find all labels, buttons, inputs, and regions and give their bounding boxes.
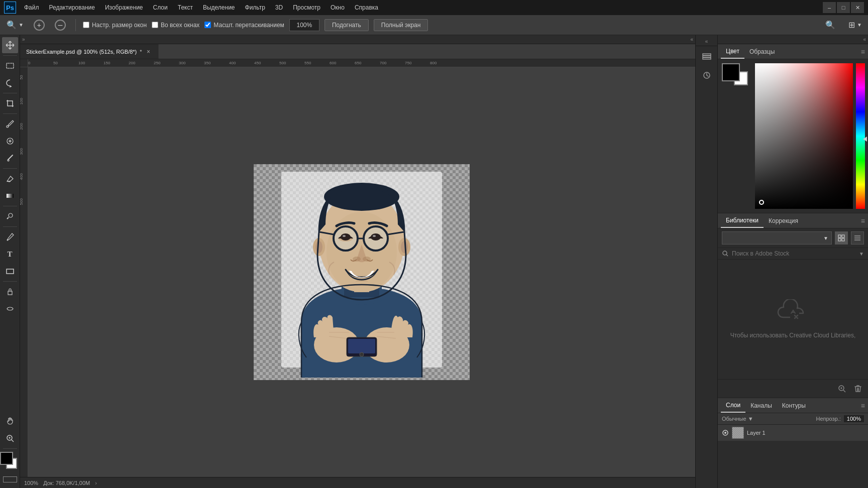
right-panel-collapse-btn[interactable]: « (863, 37, 866, 42)
tab-bar: StickerExample.psd @ 100% (512s, RGB/8*)… (20, 44, 695, 59)
color-field[interactable] (755, 63, 853, 209)
canvas-area[interactable]: 0 50 100 150 200 250 300 350 400 450 500… (20, 59, 695, 477)
tool-stamp[interactable] (2, 284, 18, 300)
panel-icon-layers[interactable] (698, 47, 716, 65)
zoom-tool-indicator[interactable]: 🔍 ▼ (4, 19, 26, 31)
panel-icon-properties[interactable] (698, 66, 716, 84)
layer-item[interactable]: Layer 1 (718, 425, 868, 441)
color-swatches-container (722, 63, 751, 89)
tool-shape[interactable] (2, 263, 18, 279)
layers-toolbar: Обычные ▼ Непрозр.: 100% (718, 413, 868, 425)
layer-visibility-icon[interactable] (722, 429, 729, 436)
zoom-in-button[interactable]: + (31, 18, 47, 32)
status-arrow[interactable]: › (95, 480, 97, 486)
menu-edit[interactable]: Редактирование (45, 2, 99, 13)
svg-point-1 (7, 126, 9, 128)
scale-drag-checkbox[interactable]: Масшт. перетаскиванием (204, 22, 284, 29)
library-grid-view[interactable] (835, 231, 848, 245)
sticker-image (271, 167, 452, 378)
tool-select-rect[interactable] (2, 58, 18, 74)
tab-color[interactable]: Цвет (721, 45, 744, 59)
tool-brush[interactable] (2, 150, 18, 166)
scale-drag-input[interactable] (204, 22, 211, 28)
fit-button[interactable]: Подогнать (324, 19, 369, 31)
tab-channels[interactable]: Каналы (745, 399, 777, 412)
canvas-document[interactable] (254, 164, 470, 380)
close-button[interactable]: ✕ (851, 2, 864, 13)
all-windows-input[interactable] (152, 22, 158, 28)
tool-hand[interactable] (2, 413, 18, 429)
collapse-left-btn[interactable]: » (22, 37, 25, 42)
tab-libraries[interactable]: Библиотеки (721, 214, 764, 228)
foreground-color-mini[interactable] (0, 452, 13, 465)
layers-panel-menu[interactable]: ≡ (861, 402, 865, 410)
tool-dodge[interactable] (2, 208, 18, 224)
menu-file[interactable]: Файл (20, 2, 43, 13)
library-delete-btn[interactable] (852, 383, 864, 395)
library-search-input[interactable] (732, 250, 856, 257)
menu-layers[interactable]: Слои (149, 2, 172, 13)
tool-pen[interactable] (2, 229, 18, 245)
screen-mode-arrow[interactable]: ▼ (857, 22, 862, 28)
tool-move[interactable] (2, 37, 18, 53)
layer-name: Layer 1 (747, 430, 864, 436)
menu-3d[interactable]: 3D (271, 2, 287, 13)
color-panel-menu[interactable]: ≡ (861, 48, 865, 56)
document-tab[interactable]: StickerExample.psd @ 100% (512s, RGB/8*)… (20, 44, 159, 59)
foreground-color-swatch[interactable] (722, 63, 740, 81)
svg-rect-3 (7, 194, 14, 198)
menu-text[interactable]: Текст (174, 2, 197, 13)
tab-paths[interactable]: Контуры (777, 399, 811, 412)
color-field-cursor (759, 200, 764, 205)
collapse-right-btn[interactable]: « (690, 37, 693, 42)
search-button[interactable]: 🔍 (823, 18, 837, 32)
menu-filter[interactable]: Фильтр (241, 2, 269, 13)
tool-heal[interactable] (2, 133, 18, 149)
tool-lasso[interactable] (2, 75, 18, 91)
close-document-button[interactable]: × (145, 48, 152, 55)
library-footer (718, 379, 868, 398)
tool-gradient[interactable] (2, 188, 18, 204)
all-windows-checkbox[interactable]: Во всех окнах (152, 22, 199, 29)
color-picker-area (718, 59, 868, 213)
menu-image[interactable]: Изображение (101, 2, 147, 13)
svg-rect-35 (348, 339, 375, 353)
color-gradient-row (755, 63, 864, 209)
custom-size-input[interactable] (83, 22, 89, 28)
custom-size-checkbox[interactable]: Настр. размер окон (83, 22, 147, 29)
svg-rect-43 (838, 238, 841, 241)
tab-correction[interactable]: Коррекция (764, 214, 803, 227)
tool-smudge[interactable] (2, 301, 18, 317)
screen-mode-icon: ⊞ (848, 20, 855, 30)
zoom-out-button[interactable]: – (52, 18, 68, 32)
tool-zoom[interactable] (2, 430, 18, 446)
tool-eyedropper[interactable] (2, 116, 18, 132)
zoom-dropdown-arrow[interactable]: ▼ (19, 22, 24, 28)
tool-crop[interactable] (2, 95, 18, 111)
library-search-close[interactable]: ▼ (859, 251, 864, 257)
collapse-panels-icon[interactable]: « (705, 39, 708, 44)
svg-point-48 (724, 432, 726, 434)
screen-mode-button[interactable]: ⊞ ▼ (846, 18, 864, 32)
library-list-view[interactable] (851, 231, 864, 245)
tool-eraser[interactable] (2, 171, 18, 187)
tool-text[interactable]: T (2, 246, 18, 262)
fullscreen-button[interactable]: Полный экран (374, 19, 428, 31)
all-windows-label: Во всех окнах (161, 22, 199, 29)
quick-mask-btn[interactable] (3, 476, 17, 482)
layers-normal-blend[interactable]: Обычные ▼ (722, 416, 753, 422)
tab-layers[interactable]: Слои (721, 399, 745, 413)
libraries-panel-menu[interactable]: ≡ (861, 217, 865, 225)
layers-opacity-value[interactable]: 100% (844, 415, 864, 422)
minimize-button[interactable]: – (823, 2, 836, 13)
color-field-container[interactable] (755, 63, 853, 209)
maximize-button[interactable]: □ (837, 2, 850, 13)
tab-swatches[interactable]: Образцы (744, 45, 780, 58)
layer-thumbnail (732, 427, 744, 439)
menu-select[interactable]: Выделение (199, 2, 239, 13)
menu-view[interactable]: Просмотр (289, 2, 324, 13)
menu-window[interactable]: Окно (327, 2, 349, 13)
menu-help[interactable]: Справка (351, 2, 382, 13)
library-dropdown[interactable]: ▼ (722, 231, 832, 245)
library-search-stock-btn[interactable] (836, 383, 848, 395)
